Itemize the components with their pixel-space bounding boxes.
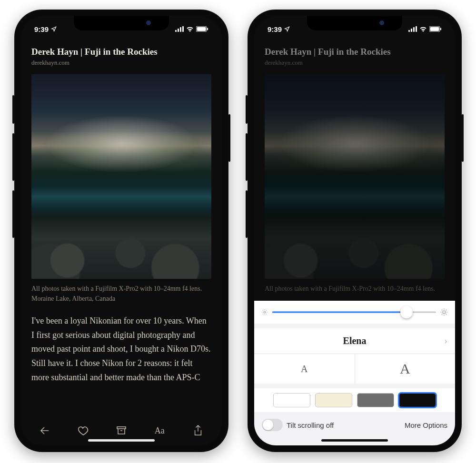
brightness-fill	[272, 312, 407, 313]
cellular-icon	[175, 26, 184, 32]
battery-icon	[196, 26, 208, 32]
notch	[307, 16, 402, 30]
svg-rect-10	[413, 27, 415, 32]
theme-swatch-gray[interactable]	[357, 393, 394, 407]
theme-row	[254, 388, 455, 412]
svg-point-16	[443, 311, 446, 314]
tilt-toggle[interactable]	[262, 419, 283, 431]
back-button[interactable]	[39, 424, 51, 437]
status-time: 9:39	[268, 25, 282, 33]
article-domain: derekhayn.com	[265, 59, 445, 67]
article-domain: derekhayn.com	[31, 59, 211, 67]
image-caption: All photos taken with a Fujifilm X-Pro2 …	[265, 284, 445, 292]
font-size-row: A A	[254, 354, 455, 384]
svg-rect-13	[430, 27, 439, 31]
increase-font-button[interactable]: A	[355, 354, 456, 384]
home-indicator[interactable]	[321, 439, 388, 442]
brightness-thumb[interactable]	[400, 306, 413, 318]
article-title: Derek Hayn | Fuji in the Rockies	[265, 47, 445, 57]
archive-button[interactable]	[115, 424, 128, 437]
svg-rect-0	[175, 30, 177, 32]
article-body: I've been a loyal Nikonian for over 10 y…	[31, 314, 211, 384]
battery-icon	[429, 26, 442, 32]
theme-swatch-black[interactable]	[399, 393, 436, 407]
font-name: Elena	[343, 335, 367, 346]
brightness-row	[254, 301, 455, 324]
svg-rect-1	[178, 29, 179, 32]
theme-swatch-white[interactable]	[273, 393, 310, 407]
article-content[interactable]: Derek Hayn | Fuji in the Rockies derekha…	[21, 37, 222, 419]
svg-rect-6	[207, 28, 208, 30]
svg-rect-7	[117, 427, 126, 429]
font-picker-row[interactable]: Elena ›	[254, 328, 455, 354]
location-icon	[51, 26, 57, 32]
status-time: 9:39	[34, 25, 49, 33]
svg-rect-11	[416, 26, 417, 32]
image-caption: All photos taken with a Fujifilm X-Pro2 …	[31, 284, 211, 304]
sheet-bottom-row: Tilt scrolling off More Options	[254, 412, 455, 433]
theme-swatch-sepia[interactable]	[315, 393, 352, 407]
phone-left: 9:39 Derek Hayn | Fuji in the Rockies de…	[14, 10, 228, 452]
phone-right: 9:39 Derek Hayn | Fuji in the Rockies de…	[248, 10, 462, 452]
wifi-icon	[186, 26, 194, 32]
home-indicator[interactable]	[88, 439, 155, 442]
article-hero-image	[265, 74, 445, 279]
cellular-icon	[408, 26, 417, 32]
brightness-slider[interactable]	[272, 305, 436, 319]
notch	[74, 16, 169, 30]
chevron-right-icon: ›	[444, 335, 447, 346]
svg-rect-9	[411, 29, 412, 32]
text-settings-sheet: Elena › A A Tilt scrolling off More Opti…	[254, 301, 455, 445]
brightness-low-icon	[261, 308, 268, 316]
like-button[interactable]	[77, 424, 89, 437]
svg-rect-8	[408, 30, 410, 32]
svg-point-15	[264, 311, 266, 313]
svg-rect-2	[180, 27, 181, 32]
article-title: Derek Hayn | Fuji in the Rockies	[31, 47, 211, 57]
more-options-button[interactable]: More Options	[405, 421, 447, 429]
location-icon	[284, 26, 290, 32]
article-hero-image	[31, 74, 211, 279]
share-button[interactable]	[192, 424, 204, 437]
brightness-high-icon	[440, 308, 448, 316]
wifi-icon	[419, 26, 427, 32]
svg-rect-14	[440, 28, 441, 30]
tilt-label: Tilt scrolling off	[287, 421, 334, 429]
svg-rect-3	[182, 26, 184, 32]
text-settings-button[interactable]: Aa	[153, 424, 166, 437]
svg-rect-5	[197, 27, 206, 31]
decrease-font-button[interactable]: A	[254, 354, 355, 384]
